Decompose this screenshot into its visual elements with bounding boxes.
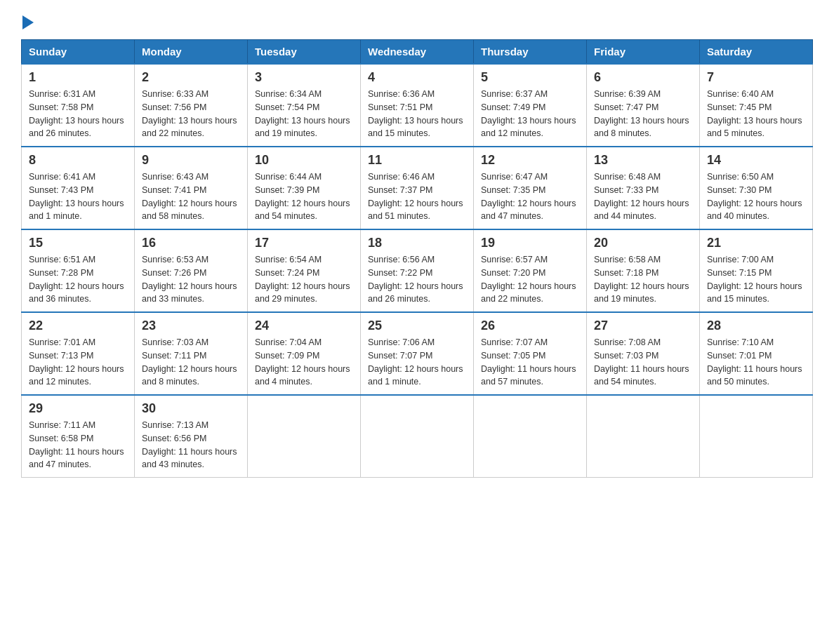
day-number: 24 <box>255 318 353 333</box>
page-header <box>21 14 813 27</box>
calendar-week-row: 29Sunrise: 7:11 AMSunset: 6:58 PMDayligh… <box>22 395 813 478</box>
calendar-cell: 2Sunrise: 6:33 AMSunset: 7:56 PMDaylight… <box>135 64 248 147</box>
day-number: 16 <box>142 236 240 250</box>
calendar-cell: 27Sunrise: 7:08 AMSunset: 7:03 PMDayligh… <box>587 312 700 395</box>
calendar-cell <box>587 395 700 478</box>
calendar-cell: 3Sunrise: 6:34 AMSunset: 7:54 PMDaylight… <box>248 64 361 147</box>
calendar-cell: 15Sunrise: 6:51 AMSunset: 7:28 PMDayligh… <box>22 229 135 312</box>
calendar-cell: 22Sunrise: 7:01 AMSunset: 7:13 PMDayligh… <box>22 312 135 395</box>
column-header-monday: Monday <box>135 40 248 65</box>
calendar-week-row: 1Sunrise: 6:31 AMSunset: 7:58 PMDaylight… <box>22 64 813 147</box>
calendar-cell: 23Sunrise: 7:03 AMSunset: 7:11 PMDayligh… <box>135 312 248 395</box>
day-info: Sunrise: 6:58 AMSunset: 7:18 PMDaylight:… <box>594 253 692 306</box>
day-info: Sunrise: 7:07 AMSunset: 7:05 PMDaylight:… <box>481 336 579 389</box>
day-number: 23 <box>142 318 240 333</box>
calendar-cell: 13Sunrise: 6:48 AMSunset: 7:33 PMDayligh… <box>587 147 700 229</box>
day-info: Sunrise: 7:10 AMSunset: 7:01 PMDaylight:… <box>707 336 805 389</box>
day-number: 12 <box>481 153 579 168</box>
day-number: 22 <box>29 318 127 333</box>
day-number: 9 <box>142 153 240 168</box>
day-info: Sunrise: 7:00 AMSunset: 7:15 PMDaylight:… <box>707 253 805 306</box>
column-header-tuesday: Tuesday <box>248 40 361 65</box>
calendar-cell: 28Sunrise: 7:10 AMSunset: 7:01 PMDayligh… <box>700 312 813 395</box>
day-number: 2 <box>142 70 240 85</box>
day-info: Sunrise: 6:57 AMSunset: 7:20 PMDaylight:… <box>481 253 579 306</box>
day-info: Sunrise: 6:33 AMSunset: 7:56 PMDaylight:… <box>142 88 240 140</box>
day-info: Sunrise: 6:54 AMSunset: 7:24 PMDaylight:… <box>255 253 353 306</box>
logo <box>21 14 34 27</box>
calendar-cell: 17Sunrise: 6:54 AMSunset: 7:24 PMDayligh… <box>248 229 361 312</box>
column-header-friday: Friday <box>587 40 700 65</box>
calendar-week-row: 15Sunrise: 6:51 AMSunset: 7:28 PMDayligh… <box>22 229 813 312</box>
calendar-cell: 16Sunrise: 6:53 AMSunset: 7:26 PMDayligh… <box>135 229 248 312</box>
day-info: Sunrise: 6:41 AMSunset: 7:43 PMDaylight:… <box>29 170 127 223</box>
day-number: 27 <box>594 318 692 333</box>
day-info: Sunrise: 6:43 AMSunset: 7:41 PMDaylight:… <box>142 170 240 223</box>
column-header-wednesday: Wednesday <box>361 40 474 65</box>
day-number: 1 <box>29 70 127 85</box>
day-number: 21 <box>707 236 805 250</box>
day-info: Sunrise: 6:47 AMSunset: 7:35 PMDaylight:… <box>481 170 579 223</box>
calendar-cell <box>700 395 813 478</box>
calendar-cell: 4Sunrise: 6:36 AMSunset: 7:51 PMDaylight… <box>361 64 474 147</box>
day-number: 6 <box>594 70 692 85</box>
day-info: Sunrise: 6:50 AMSunset: 7:30 PMDaylight:… <box>707 170 805 223</box>
day-number: 20 <box>594 236 692 250</box>
logo-arrow-icon <box>22 15 34 29</box>
day-number: 15 <box>29 236 127 250</box>
day-info: Sunrise: 6:44 AMSunset: 7:39 PMDaylight:… <box>255 170 353 223</box>
day-number: 30 <box>142 401 240 416</box>
day-info: Sunrise: 6:37 AMSunset: 7:49 PMDaylight:… <box>481 88 579 140</box>
day-number: 13 <box>594 153 692 168</box>
day-info: Sunrise: 7:13 AMSunset: 6:56 PMDaylight:… <box>142 419 240 471</box>
calendar-cell <box>248 395 361 478</box>
day-info: Sunrise: 6:56 AMSunset: 7:22 PMDaylight:… <box>368 253 466 306</box>
day-number: 7 <box>707 70 805 85</box>
day-number: 8 <box>29 153 127 168</box>
calendar-cell: 21Sunrise: 7:00 AMSunset: 7:15 PMDayligh… <box>700 229 813 312</box>
day-info: Sunrise: 7:01 AMSunset: 7:13 PMDaylight:… <box>29 336 127 389</box>
calendar-cell: 24Sunrise: 7:04 AMSunset: 7:09 PMDayligh… <box>248 312 361 395</box>
day-info: Sunrise: 6:39 AMSunset: 7:47 PMDaylight:… <box>594 88 692 140</box>
day-number: 19 <box>481 236 579 250</box>
calendar-cell: 12Sunrise: 6:47 AMSunset: 7:35 PMDayligh… <box>474 147 587 229</box>
day-info: Sunrise: 6:53 AMSunset: 7:26 PMDaylight:… <box>142 253 240 306</box>
calendar-cell: 25Sunrise: 7:06 AMSunset: 7:07 PMDayligh… <box>361 312 474 395</box>
day-number: 5 <box>481 70 579 85</box>
calendar-cell: 6Sunrise: 6:39 AMSunset: 7:47 PMDaylight… <box>587 64 700 147</box>
calendar-cell: 19Sunrise: 6:57 AMSunset: 7:20 PMDayligh… <box>474 229 587 312</box>
column-header-saturday: Saturday <box>700 40 813 65</box>
calendar-cell: 29Sunrise: 7:11 AMSunset: 6:58 PMDayligh… <box>22 395 135 478</box>
day-info: Sunrise: 6:36 AMSunset: 7:51 PMDaylight:… <box>368 88 466 140</box>
calendar-table: SundayMondayTuesdayWednesdayThursdayFrid… <box>21 39 813 478</box>
column-header-sunday: Sunday <box>22 40 135 65</box>
day-number: 10 <box>255 153 353 168</box>
calendar-cell: 9Sunrise: 6:43 AMSunset: 7:41 PMDaylight… <box>135 147 248 229</box>
calendar-cell: 30Sunrise: 7:13 AMSunset: 6:56 PMDayligh… <box>135 395 248 478</box>
calendar-cell: 26Sunrise: 7:07 AMSunset: 7:05 PMDayligh… <box>474 312 587 395</box>
day-info: Sunrise: 6:46 AMSunset: 7:37 PMDaylight:… <box>368 170 466 223</box>
day-number: 14 <box>707 153 805 168</box>
day-number: 29 <box>29 401 127 416</box>
day-info: Sunrise: 7:08 AMSunset: 7:03 PMDaylight:… <box>594 336 692 389</box>
calendar-cell <box>361 395 474 478</box>
day-info: Sunrise: 6:40 AMSunset: 7:45 PMDaylight:… <box>707 88 805 140</box>
day-number: 18 <box>368 236 466 250</box>
day-info: Sunrise: 7:04 AMSunset: 7:09 PMDaylight:… <box>255 336 353 389</box>
day-info: Sunrise: 6:51 AMSunset: 7:28 PMDaylight:… <box>29 253 127 306</box>
calendar-header-row: SundayMondayTuesdayWednesdayThursdayFrid… <box>22 40 813 65</box>
day-info: Sunrise: 6:48 AMSunset: 7:33 PMDaylight:… <box>594 170 692 223</box>
calendar-cell: 14Sunrise: 6:50 AMSunset: 7:30 PMDayligh… <box>700 147 813 229</box>
column-header-thursday: Thursday <box>474 40 587 65</box>
calendar-cell: 5Sunrise: 6:37 AMSunset: 7:49 PMDaylight… <box>474 64 587 147</box>
day-number: 3 <box>255 70 353 85</box>
calendar-week-row: 22Sunrise: 7:01 AMSunset: 7:13 PMDayligh… <box>22 312 813 395</box>
day-number: 26 <box>481 318 579 333</box>
day-info: Sunrise: 7:06 AMSunset: 7:07 PMDaylight:… <box>368 336 466 389</box>
calendar-cell: 7Sunrise: 6:40 AMSunset: 7:45 PMDaylight… <box>700 64 813 147</box>
day-number: 4 <box>368 70 466 85</box>
calendar-cell: 8Sunrise: 6:41 AMSunset: 7:43 PMDaylight… <box>22 147 135 229</box>
day-number: 25 <box>368 318 466 333</box>
calendar-cell: 20Sunrise: 6:58 AMSunset: 7:18 PMDayligh… <box>587 229 700 312</box>
day-number: 28 <box>707 318 805 333</box>
